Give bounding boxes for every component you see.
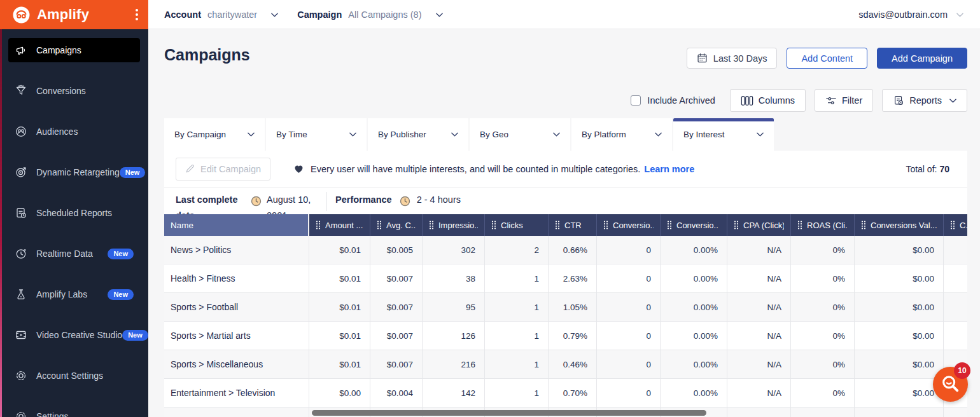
cell-ctr: 0.46% — [549, 350, 597, 378]
drag-handle-icon[interactable] — [491, 221, 496, 229]
cell-impressions: 95 — [423, 293, 485, 321]
help-chat-button[interactable]: 10 — [933, 367, 968, 402]
chevron-down-icon[interactable] — [271, 13, 278, 17]
cell-amount-spent: $0.00 — [309, 379, 370, 407]
sidebar-item-scheduled-reports[interactable]: Scheduled Reports — [8, 201, 140, 225]
funnel-icon — [15, 85, 27, 97]
gear-icon — [15, 369, 27, 382]
cell-name[interactable]: Sports > Martial arts — [164, 322, 309, 350]
column-header-conversion-rate[interactable]: Conversio.. — [661, 214, 727, 236]
cell-conversions-value: $0.00 — [855, 379, 944, 407]
drag-handle-icon[interactable] — [950, 221, 955, 229]
cell-cpa-click: N/A — [727, 293, 791, 321]
campaign-value[interactable]: All Campaigns (8) — [348, 10, 421, 20]
cell-name[interactable]: Sports > Football — [164, 293, 309, 321]
cell-conversions: 0 — [597, 350, 661, 378]
total-value: 70 — [939, 164, 949, 174]
cell-name[interactable]: News > Politics — [164, 236, 309, 264]
clock-icon — [251, 196, 262, 207]
cell-roas-click: 0% — [791, 322, 855, 350]
calendar-icon — [697, 53, 708, 64]
drag-handle-icon[interactable] — [316, 221, 321, 229]
cell-cpa-click: N/A — [727, 322, 791, 350]
sidebar-item-account-settings[interactable]: Account Settings — [8, 364, 140, 388]
drag-handle-icon[interactable] — [429, 221, 434, 229]
cell-cpa-click: N/A — [727, 236, 791, 264]
drag-handle-icon[interactable] — [734, 221, 739, 229]
reports-button[interactable]: Reports — [882, 89, 967, 112]
include-archived-checkbox[interactable] — [631, 95, 641, 106]
drag-handle-icon[interactable] — [861, 221, 866, 229]
include-archived-toggle[interactable]: Include Archived — [631, 95, 715, 106]
sidebar-item-realtime-data[interactable]: Realtime DataNew — [8, 242, 140, 266]
learn-more-link[interactable]: Learn more — [644, 164, 694, 174]
tab-by-campaign[interactable]: By Campaign — [164, 118, 265, 151]
drag-handle-icon[interactable] — [667, 221, 672, 229]
column-header-avg-cpc[interactable]: Avg. C... — [370, 214, 423, 236]
cell-name[interactable]: Sports > Miscellaneous — [164, 350, 309, 378]
column-header-name[interactable]: Name — [164, 214, 309, 236]
cell-conversion-rate: 0.00% — [661, 293, 727, 321]
sidebar-item-video-creative-studio[interactable]: Video Creative StudioNew — [8, 323, 140, 347]
user-menu[interactable]: sdavis@outbrain.com — [858, 0, 963, 29]
sidebar-item-conversions[interactable]: Conversions — [8, 79, 140, 103]
kebab-menu-icon[interactable] — [136, 9, 138, 20]
users-icon — [15, 125, 27, 138]
cell-roas-click: 0% — [791, 264, 855, 292]
horizontal-scrollbar[interactable] — [312, 410, 706, 416]
cell-extra — [944, 293, 967, 321]
cell-conversions: 0 — [597, 293, 661, 321]
chevron-down-icon — [248, 132, 255, 137]
cell-name[interactable]: Entertainment > Television — [164, 379, 309, 407]
sidebar-item-amplify-labs[interactable]: Amplify LabsNew — [8, 282, 140, 306]
cell-amount-spent: $0.01 — [309, 322, 370, 350]
performance-label: Performance — [335, 192, 392, 208]
tab-by-time[interactable]: By Time — [266, 118, 367, 151]
add-campaign-button[interactable]: Add Campaign — [877, 48, 967, 69]
cell-cpa-click: N/A — [727, 264, 791, 292]
drag-handle-icon[interactable] — [377, 221, 382, 229]
column-header-impressions[interactable]: Impressio.. — [423, 214, 485, 236]
cell-name[interactable]: Health > Fitness — [164, 264, 309, 292]
cell-ctr: 0.70% — [549, 379, 597, 407]
column-header-amount-spent[interactable]: Amount ... — [309, 214, 370, 236]
tab-by-publisher[interactable]: By Publisher — [368, 118, 468, 151]
drag-handle-icon[interactable] — [555, 221, 560, 229]
user-email: sdavis@outbrain.com — [858, 10, 948, 20]
sidebar-item-audiences[interactable]: Audiences — [8, 120, 140, 144]
video-icon — [15, 329, 27, 341]
column-header-ctr[interactable]: CTR — [549, 214, 597, 236]
report-icon — [893, 95, 904, 106]
tab-by-geo[interactable]: By Geo — [470, 118, 570, 151]
column-header-conversions[interactable]: Conversio.. — [597, 214, 661, 236]
report-tabs: By CampaignBy TimeBy PublisherBy GeoBy P… — [164, 118, 774, 151]
cell-conversion-rate: 0.00% — [661, 264, 727, 292]
date-range-button[interactable]: Last 30 Days — [687, 48, 778, 69]
cell-conversions-value — [855, 407, 944, 417]
chevron-down-icon[interactable] — [436, 13, 443, 17]
cell-ctr: 0.79% — [549, 322, 597, 350]
column-header-clicks[interactable]: Clicks — [485, 214, 549, 236]
sidebar-item-campaigns[interactable]: Campaigns — [8, 38, 140, 62]
sidebar-item-dynamic-retargeting[interactable]: Dynamic RetargetingNew — [8, 160, 140, 184]
tab-by-interest[interactable]: By Interest — [673, 118, 774, 151]
filter-button[interactable]: Filter — [815, 89, 873, 112]
drag-handle-icon[interactable] — [797, 221, 802, 229]
drag-handle-icon[interactable] — [603, 221, 608, 229]
tab-by-platform[interactable]: By Platform — [571, 118, 672, 151]
account-value[interactable]: charitywater — [207, 10, 257, 20]
sidebar-item-settings[interactable]: Settings — [8, 404, 140, 417]
column-header-roas-click[interactable]: ROAS (Cli... — [791, 214, 855, 236]
cell-clicks: 2 — [485, 236, 549, 264]
edit-campaign-button[interactable]: Edit Campaign — [176, 158, 270, 181]
cell-amount-spent: $0.01 — [309, 293, 370, 321]
chevron-down-icon — [956, 13, 963, 17]
performance-cell: Performance 2 - 4 hours — [326, 188, 461, 214]
table-header: NameAmount ...Avg. C...Impressio..Clicks… — [164, 214, 967, 236]
column-header-conversions-value[interactable]: Conversions Val... — [855, 214, 944, 236]
column-header-cpa-click[interactable]: CPA (Click) — [727, 214, 791, 236]
add-content-button[interactable]: Add Content — [787, 48, 867, 69]
column-header-extra[interactable]: C... — [944, 214, 967, 236]
columns-button[interactable]: Columns — [730, 89, 806, 112]
notification-badge: 10 — [954, 362, 970, 379]
